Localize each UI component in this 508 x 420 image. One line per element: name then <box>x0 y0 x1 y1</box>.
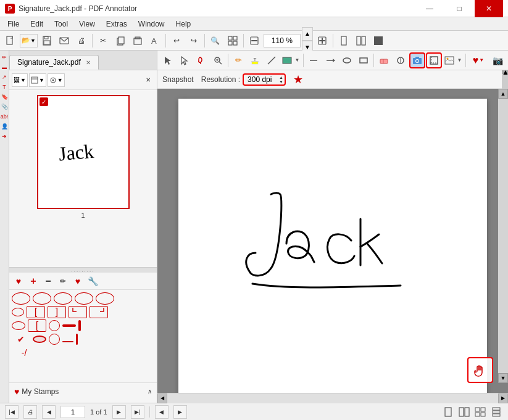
sidebar-icon-arrow[interactable]: ↗ <box>0 73 9 81</box>
res-down-arrow[interactable]: ▼ <box>279 80 283 84</box>
lasso-tool[interactable] <box>193 52 209 68</box>
maximize-button[interactable]: □ <box>445 0 473 17</box>
zoom-up[interactable]: ▲ <box>302 27 313 41</box>
sidebar-icon-arrow2[interactable]: ➜ <box>0 132 9 141</box>
zoom-input[interactable]: 110 % <box>264 34 301 47</box>
save-button[interactable] <box>39 33 55 49</box>
next-section-btn[interactable]: ▶ <box>173 405 187 419</box>
stamps-fav-btn[interactable]: ♥ <box>12 274 25 288</box>
scroll-up-btn[interactable]: ▲ <box>498 89 508 99</box>
pen-tool[interactable]: ✏ <box>230 52 246 68</box>
prev-section-btn[interactable]: ◀ <box>155 405 169 419</box>
sidebar-icon-person[interactable]: 👤 <box>0 122 9 131</box>
undo-button[interactable]: ↩ <box>169 33 185 49</box>
fav-dropdown-arrow[interactable]: ▼ <box>479 57 484 63</box>
sidebar-icon-clip[interactable]: 📎 <box>0 102 9 111</box>
stamps-edit-btn[interactable]: ✏ <box>56 274 70 288</box>
stamp-4-5[interactable] <box>76 334 78 345</box>
stamp-1-3[interactable] <box>54 292 72 305</box>
hscroll-track[interactable] <box>167 393 498 403</box>
new-button[interactable] <box>2 33 19 49</box>
thumb-close[interactable]: ✕ <box>142 74 154 86</box>
pdf-canvas[interactable]: ▲ ▼ <box>157 89 508 393</box>
sidebar-icon-pencil[interactable]: ✏ <box>0 53 9 62</box>
camera-snapshot-tool[interactable] <box>409 52 425 68</box>
status-two-page[interactable] <box>457 405 471 419</box>
thumb-size-control[interactable]: 🖼 ▼ <box>12 73 28 87</box>
grid-button[interactable] <box>225 33 241 49</box>
format-button[interactable]: A <box>147 33 163 49</box>
crop-tool[interactable] <box>426 52 442 68</box>
marker-tool[interactable]: T <box>247 52 263 68</box>
next-page-btn[interactable]: ▶ <box>112 405 126 419</box>
two-page-view[interactable] <box>353 33 369 49</box>
resolution-input[interactable]: 300 dpi <box>245 75 279 84</box>
stamps-add-btn[interactable]: + <box>27 274 40 288</box>
eraser-tool[interactable] <box>376 52 392 68</box>
hscroll-right[interactable]: ▶ <box>498 393 508 403</box>
thumb-checkbox[interactable]: ✓ <box>40 97 48 106</box>
close-button[interactable]: ✕ <box>475 0 503 17</box>
stamp-3-5[interactable] <box>78 320 81 331</box>
arrow-tool[interactable] <box>322 52 338 68</box>
stamp-2-1[interactable] <box>12 308 24 316</box>
small-camera-btn[interactable]: 📷 <box>489 52 506 68</box>
status-single-page[interactable] <box>441 405 455 419</box>
stamps-heart-btn[interactable]: ♥ <box>71 274 85 288</box>
stamps-minus-btn[interactable]: − <box>41 274 55 288</box>
floating-hand-button[interactable] <box>467 357 493 383</box>
menu-view[interactable]: View <box>74 19 100 30</box>
image-tool[interactable]: ▼ <box>443 52 464 68</box>
stamp-3-3[interactable] <box>49 320 60 331</box>
page-number-input[interactable] <box>60 406 85 418</box>
fullscreen-button[interactable] <box>370 33 386 49</box>
search-button[interactable]: 🔍 <box>207 33 223 49</box>
menu-extras[interactable]: Extras <box>101 19 132 30</box>
sidebar-icon-stamp[interactable]: ab! <box>0 112 9 121</box>
sidebar-icon-bookmark[interactable]: 🔖 <box>0 93 9 101</box>
stamp-circle-tool[interactable] <box>393 52 409 68</box>
thumb-area[interactable]: ✓ Jack 1 <box>9 90 157 267</box>
stamp-1-2[interactable] <box>33 292 51 305</box>
paste-button[interactable] <box>130 33 146 49</box>
stamps-wrench-btn[interactable]: 🔧 <box>86 274 99 288</box>
print-button[interactable]: 🖨 <box>73 33 90 49</box>
stamp-5-1[interactable]: -/ <box>12 347 36 359</box>
snapshot-star-icon[interactable]: ★ <box>293 73 303 86</box>
tab-close[interactable]: ✕ <box>86 59 91 66</box>
email-button[interactable] <box>56 33 72 49</box>
fav-annotation-btn[interactable]: ♥ ▼ <box>468 52 489 68</box>
stamp-3-2[interactable]: [ <box>28 319 46 332</box>
stamp-4-4[interactable] <box>62 341 73 342</box>
stamp-2-3[interactable]: ] <box>48 306 66 318</box>
single-page-view[interactable] <box>336 33 352 49</box>
pdf-tab[interactable]: Signature_Jack.pdf ✕ <box>9 55 99 70</box>
print-btn-status[interactable]: 🖨 <box>23 405 37 419</box>
stamp-2-5[interactable] <box>90 306 108 318</box>
select-tool[interactable] <box>177 52 193 68</box>
redo-button[interactable]: ↪ <box>186 33 202 49</box>
thumb-options-control[interactable]: ▼ <box>48 73 65 87</box>
status-grid-view[interactable] <box>473 405 487 419</box>
copy-button[interactable] <box>112 33 128 49</box>
shape-fill-tool[interactable]: ▼ <box>280 52 301 68</box>
stamp-4-1[interactable]: ✔ <box>12 333 30 345</box>
pdf-vscrollbar[interactable]: ▲ ▼ <box>498 89 508 383</box>
zoom-tool[interactable] <box>210 52 226 68</box>
menu-help[interactable]: Help <box>171 19 196 30</box>
stamp-3-1[interactable] <box>12 321 25 330</box>
resolution-spinners[interactable]: ▲ ▼ <box>279 75 283 84</box>
zoom-out-button[interactable] <box>246 33 262 49</box>
minimize-button[interactable]: — <box>415 0 444 17</box>
scroll-down-btn[interactable]: ▼ <box>498 373 508 383</box>
menu-edit[interactable]: Edit <box>25 19 48 30</box>
stamp-4-2[interactable] <box>33 336 46 343</box>
stamp-1-5[interactable] <box>96 292 114 305</box>
ellipse-tool[interactable] <box>339 52 355 68</box>
open-dropdown[interactable]: 📂▼ <box>20 34 38 47</box>
thumb-image-1[interactable]: ✓ Jack <box>37 95 130 209</box>
menu-file[interactable]: File <box>2 19 24 30</box>
pdf-hscrollbar[interactable]: ◀ ▶ <box>157 393 508 403</box>
cut-button[interactable]: ✂ <box>95 33 111 49</box>
prev-page-btn[interactable]: ◀ <box>42 405 56 419</box>
